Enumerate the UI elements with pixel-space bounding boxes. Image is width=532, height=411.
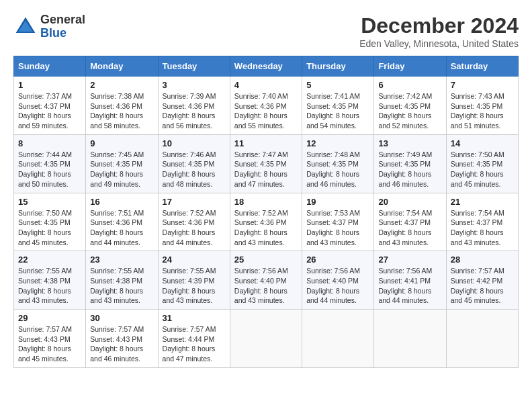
day-number: 23 [90, 255, 153, 265]
day-number: 21 [451, 197, 514, 207]
title-block: December 2024 Eden Valley, Minnesota, Un… [359, 13, 519, 49]
day-number: 15 [18, 197, 81, 207]
calendar-week-row: 22 Sunrise: 7:55 AM Sunset: 4:38 PM Dayl… [14, 251, 519, 310]
day-detail: Sunrise: 7:41 AM Sunset: 4:35 PM Dayligh… [306, 91, 369, 131]
calendar-day-header: Saturday [446, 56, 518, 77]
page-title: December 2024 [359, 13, 519, 38]
day-detail: Sunrise: 7:55 AM Sunset: 4:38 PM Dayligh… [90, 266, 153, 306]
calendar-cell: 9 Sunrise: 7:45 AM Sunset: 4:35 PM Dayli… [86, 134, 158, 193]
day-number: 25 [234, 255, 298, 265]
calendar-cell: 3 Sunrise: 7:39 AM Sunset: 4:36 PM Dayli… [158, 77, 230, 135]
calendar-cell: 4 Sunrise: 7:40 AM Sunset: 4:36 PM Dayli… [230, 77, 302, 135]
day-number: 13 [378, 138, 441, 148]
calendar-cell: 23 Sunrise: 7:55 AM Sunset: 4:38 PM Dayl… [86, 251, 158, 310]
day-number: 8 [18, 138, 81, 148]
day-number: 20 [378, 197, 441, 207]
calendar-week-row: 8 Sunrise: 7:44 AM Sunset: 4:35 PM Dayli… [14, 134, 519, 193]
calendar-cell: 26 Sunrise: 7:56 AM Sunset: 4:40 PM Dayl… [302, 251, 374, 310]
day-number: 5 [306, 80, 369, 90]
day-number: 22 [18, 255, 81, 265]
day-number: 2 [90, 80, 153, 90]
day-detail: Sunrise: 7:42 AM Sunset: 4:35 PM Dayligh… [378, 91, 441, 131]
day-number: 18 [234, 197, 298, 207]
day-number: 31 [163, 313, 226, 323]
calendar-day-header: Wednesday [230, 56, 302, 77]
calendar-cell: 19 Sunrise: 7:53 AM Sunset: 4:37 PM Dayl… [302, 193, 374, 251]
calendar-cell: 22 Sunrise: 7:55 AM Sunset: 4:38 PM Dayl… [14, 251, 86, 310]
calendar-table: SundayMondayTuesdayWednesdayThursdayFrid… [13, 56, 519, 368]
calendar-cell: 28 Sunrise: 7:57 AM Sunset: 4:42 PM Dayl… [446, 251, 518, 310]
calendar-cell: 17 Sunrise: 7:52 AM Sunset: 4:36 PM Dayl… [158, 193, 230, 251]
calendar-day-header: Friday [374, 56, 446, 77]
calendar-cell: 13 Sunrise: 7:49 AM Sunset: 4:35 PM Dayl… [374, 134, 446, 193]
calendar-cell: 10 Sunrise: 7:46 AM Sunset: 4:35 PM Dayl… [158, 134, 230, 193]
day-number: 27 [378, 255, 441, 265]
day-detail: Sunrise: 7:56 AM Sunset: 4:40 PM Dayligh… [234, 266, 298, 306]
day-detail: Sunrise: 7:56 AM Sunset: 4:41 PM Dayligh… [378, 266, 441, 306]
day-detail: Sunrise: 7:48 AM Sunset: 4:35 PM Dayligh… [306, 150, 369, 189]
day-number: 17 [163, 197, 226, 207]
calendar-day-header: Thursday [302, 56, 374, 77]
day-detail: Sunrise: 7:56 AM Sunset: 4:40 PM Dayligh… [306, 266, 369, 306]
calendar-day-header: Sunday [14, 56, 86, 77]
day-detail: Sunrise: 7:47 AM Sunset: 4:35 PM Dayligh… [234, 150, 298, 189]
day-number: 1 [18, 80, 81, 90]
calendar-cell: 20 Sunrise: 7:54 AM Sunset: 4:37 PM Dayl… [374, 193, 446, 251]
day-detail: Sunrise: 7:57 AM Sunset: 4:43 PM Dayligh… [18, 324, 81, 364]
day-number: 11 [234, 138, 298, 148]
calendar-cell: 24 Sunrise: 7:55 AM Sunset: 4:39 PM Dayl… [158, 251, 230, 310]
calendar-cell: 31 Sunrise: 7:57 AM Sunset: 4:44 PM Dayl… [158, 310, 230, 368]
day-detail: Sunrise: 7:50 AM Sunset: 4:35 PM Dayligh… [18, 208, 81, 248]
day-number: 29 [18, 313, 81, 323]
calendar-header-row: SundayMondayTuesdayWednesdayThursdayFrid… [14, 56, 519, 77]
calendar-cell: 2 Sunrise: 7:38 AM Sunset: 4:36 PM Dayli… [86, 77, 158, 135]
day-number: 7 [451, 80, 514, 90]
day-detail: Sunrise: 7:37 AM Sunset: 4:37 PM Dayligh… [18, 91, 81, 131]
day-detail: Sunrise: 7:54 AM Sunset: 4:37 PM Dayligh… [451, 208, 514, 248]
day-detail: Sunrise: 7:55 AM Sunset: 4:38 PM Dayligh… [18, 266, 81, 306]
calendar-cell: 27 Sunrise: 7:56 AM Sunset: 4:41 PM Dayl… [374, 251, 446, 310]
calendar-week-row: 1 Sunrise: 7:37 AM Sunset: 4:37 PM Dayli… [14, 77, 519, 135]
page-subtitle: Eden Valley, Minnesota, United States [359, 38, 519, 49]
calendar-cell: 21 Sunrise: 7:54 AM Sunset: 4:37 PM Dayl… [446, 193, 518, 251]
day-number: 24 [163, 255, 226, 265]
day-detail: Sunrise: 7:52 AM Sunset: 4:36 PM Dayligh… [234, 208, 298, 248]
day-detail: Sunrise: 7:57 AM Sunset: 4:42 PM Dayligh… [451, 266, 514, 306]
day-detail: Sunrise: 7:49 AM Sunset: 4:35 PM Dayligh… [378, 150, 441, 189]
day-detail: Sunrise: 7:55 AM Sunset: 4:39 PM Dayligh… [163, 266, 226, 306]
calendar-day-header: Tuesday [158, 56, 230, 77]
day-detail: Sunrise: 7:50 AM Sunset: 4:35 PM Dayligh… [451, 150, 514, 189]
day-detail: Sunrise: 7:39 AM Sunset: 4:36 PM Dayligh… [163, 91, 226, 131]
page-header: General Blue December 2024 Eden Valley, … [13, 13, 519, 49]
day-detail: Sunrise: 7:52 AM Sunset: 4:36 PM Dayligh… [163, 208, 226, 248]
day-detail: Sunrise: 7:53 AM Sunset: 4:37 PM Dayligh… [306, 208, 369, 248]
day-detail: Sunrise: 7:57 AM Sunset: 4:43 PM Dayligh… [90, 324, 153, 364]
day-detail: Sunrise: 7:54 AM Sunset: 4:37 PM Dayligh… [378, 208, 441, 248]
calendar-cell [302, 310, 374, 368]
calendar-cell: 25 Sunrise: 7:56 AM Sunset: 4:40 PM Dayl… [230, 251, 302, 310]
calendar-cell: 8 Sunrise: 7:44 AM Sunset: 4:35 PM Dayli… [14, 134, 86, 193]
day-detail: Sunrise: 7:38 AM Sunset: 4:36 PM Dayligh… [90, 91, 153, 131]
calendar-cell: 29 Sunrise: 7:57 AM Sunset: 4:43 PM Dayl… [14, 310, 86, 368]
calendar-cell: 15 Sunrise: 7:50 AM Sunset: 4:35 PM Dayl… [14, 193, 86, 251]
day-detail: Sunrise: 7:57 AM Sunset: 4:44 PM Dayligh… [163, 324, 226, 364]
day-number: 10 [163, 138, 226, 148]
calendar-cell: 7 Sunrise: 7:43 AM Sunset: 4:35 PM Dayli… [446, 77, 518, 135]
calendar-day-header: Monday [86, 56, 158, 77]
day-number: 19 [306, 197, 369, 207]
day-detail: Sunrise: 7:43 AM Sunset: 4:35 PM Dayligh… [451, 91, 514, 131]
day-number: 14 [451, 138, 514, 148]
calendar-cell: 30 Sunrise: 7:57 AM Sunset: 4:43 PM Dayl… [86, 310, 158, 368]
calendar-cell: 18 Sunrise: 7:52 AM Sunset: 4:36 PM Dayl… [230, 193, 302, 251]
day-number: 3 [163, 80, 226, 90]
logo: General Blue [13, 13, 85, 40]
logo-icon [13, 15, 38, 39]
calendar-cell: 16 Sunrise: 7:51 AM Sunset: 4:36 PM Dayl… [86, 193, 158, 251]
day-number: 6 [378, 80, 441, 90]
day-number: 16 [90, 197, 153, 207]
day-number: 26 [306, 255, 369, 265]
day-detail: Sunrise: 7:51 AM Sunset: 4:36 PM Dayligh… [90, 208, 153, 248]
logo-text: General Blue [40, 13, 85, 40]
day-detail: Sunrise: 7:45 AM Sunset: 4:35 PM Dayligh… [90, 150, 153, 189]
calendar-cell: 12 Sunrise: 7:48 AM Sunset: 4:35 PM Dayl… [302, 134, 374, 193]
